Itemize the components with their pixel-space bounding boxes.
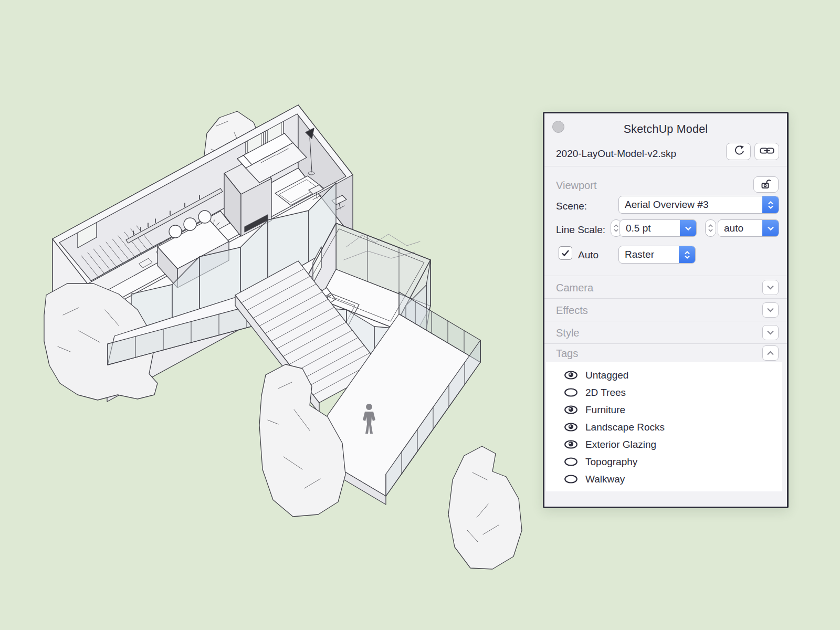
tag-row-walkway[interactable]: Walkway [546,470,782,488]
section-camera[interactable]: Camera [544,276,787,299]
chevron-down-icon [762,220,779,236]
line-scale-label: Line Scale: [556,224,605,236]
tag-row-2d-trees[interactable]: 2D Trees [546,384,782,401]
eye-visibility-icon[interactable] [564,439,578,449]
line-scale-auto-dropdown[interactable]: auto [718,219,779,237]
panel-title: SketchUp Model [544,123,787,136]
house-model [44,105,522,569]
sketchup-model-panel: SketchUp Model 2020-LayOut-Model-v2.skp … [543,112,789,508]
chevron-updown-icon [679,246,695,263]
camera-section-label: Camera [556,281,593,293]
line-scale-auto-value: auto [718,220,762,236]
line-scale-auto-stepper[interactable] [705,219,716,237]
tag-label: Landscape Rocks [585,422,665,433]
scene-label: Scene: [556,201,587,212]
scene-value: Aerial Overview #3 [619,196,762,213]
tag-label: Untagged [585,370,628,381]
eye-visibility-icon[interactable] [564,422,578,432]
section-style[interactable]: Style [544,321,787,344]
line-scale-dropdown[interactable]: 0.5 pt [620,219,697,237]
tag-row-untagged[interactable]: Untagged [546,366,782,384]
link-reference-button[interactable] [754,143,779,160]
viewport-lock-button[interactable] [753,176,779,193]
auto-checkbox-label: Auto [578,249,598,261]
tag-row-topography[interactable]: Topography [546,453,782,470]
render-mode-dropdown[interactable]: Raster [618,246,696,264]
effects-section-label: Effects [556,304,588,316]
render-mode-value: Raster [619,246,679,263]
chevron-updown-icon [762,196,779,213]
tag-row-furniture[interactable]: Furniture [546,401,782,418]
eye-visibility-icon[interactable] [564,370,578,380]
tag-label: Exterior Glazing [585,439,656,450]
eye-visibility-icon[interactable] [564,474,578,484]
style-expand-button[interactable] [762,325,779,340]
eye-visibility-icon[interactable] [564,387,578,397]
line-scale-value: 0.5 pt [620,220,680,236]
link-icon [760,146,774,157]
scene-dropdown[interactable]: Aerial Overview #3 [618,196,779,214]
camera-expand-button[interactable] [762,280,779,295]
tag-list: Untagged 2D Trees Furniture Landscape Ro… [546,362,782,491]
section-effects[interactable]: Effects [544,299,787,321]
layout-workspace: { "colors": { "canvas_background": "#dee… [0,0,840,630]
lock-open-icon [760,178,772,192]
tag-row-exterior-glazing[interactable]: Exterior Glazing [546,436,782,453]
auto-render-checkbox[interactable] [559,246,572,260]
viewport-section-label: Viewport [556,180,596,192]
divider [544,166,787,166]
eye-visibility-icon[interactable] [564,405,578,415]
tags-expand-button[interactable] [762,345,779,361]
chevron-down-icon [680,220,696,236]
refresh-icon [732,144,746,159]
refresh-model-button[interactable] [726,143,751,160]
tag-label: Topography [585,456,637,468]
tag-label: Walkway [585,474,625,485]
effects-expand-button[interactable] [762,302,779,318]
tag-row-landscape-rocks[interactable]: Landscape Rocks [546,418,782,436]
eye-visibility-icon[interactable] [564,457,578,467]
section-tags[interactable]: Tags [544,344,787,362]
model-filename: 2020-LayOut-Model-v2.skp [556,148,676,160]
rock-right [448,446,522,569]
tag-label: 2D Trees [585,387,626,398]
tags-section-label: Tags [556,347,578,359]
style-section-label: Style [556,327,579,339]
tag-label: Furniture [585,404,625,416]
